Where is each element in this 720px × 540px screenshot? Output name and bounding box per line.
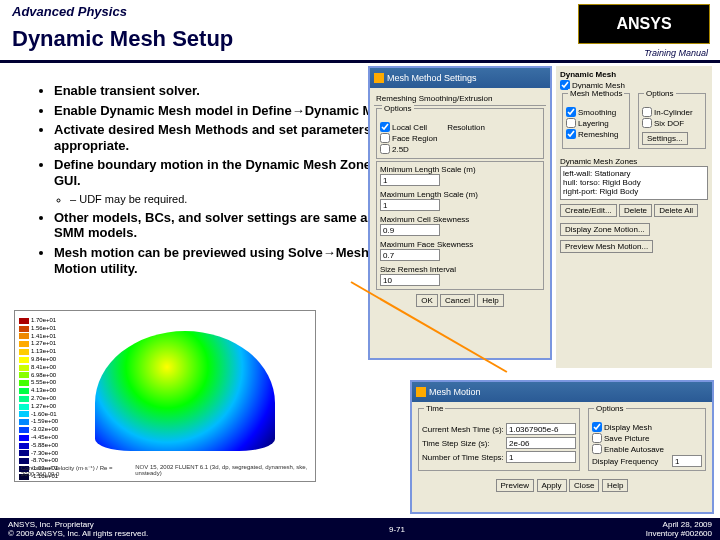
- bullet-3: Activate desired Mesh Methods and set pa…: [54, 122, 404, 153]
- preview-button[interactable]: Preview: [496, 479, 534, 492]
- delete-button[interactable]: Delete: [619, 204, 652, 217]
- settings-button[interactable]: Settings...: [642, 132, 688, 145]
- num-steps-input[interactable]: [506, 451, 576, 463]
- close-button[interactable]: Close: [569, 479, 599, 492]
- dynamic-mesh-panel: Dynamic Mesh Dynamic Mesh Mesh Methods S…: [556, 66, 712, 368]
- local-cell-checkbox[interactable]: [380, 122, 390, 132]
- app-icon: [416, 387, 426, 397]
- display-freq-input[interactable]: [672, 455, 702, 467]
- bullet-1: Enable transient solver.: [54, 83, 404, 99]
- preview-mesh-button[interactable]: Preview Mesh Motion...: [560, 240, 653, 253]
- sixdof-checkbox[interactable]: [642, 118, 652, 128]
- page-number: 9-71: [389, 525, 405, 534]
- subtitle: Advanced Physics: [12, 4, 127, 19]
- color-legend: 1.70e+011.56e+011.41e+011.27e+011.13e+01…: [19, 317, 58, 481]
- max-skew-input[interactable]: [380, 224, 440, 236]
- 25d-checkbox[interactable]: [380, 144, 390, 154]
- time-step-input[interactable]: [506, 437, 576, 449]
- help-button[interactable]: Help: [477, 294, 503, 307]
- remeshing-checkbox[interactable]: [566, 129, 576, 139]
- piston-contour: [95, 331, 275, 451]
- apply-button[interactable]: Apply: [537, 479, 567, 492]
- training-manual-label: Training Manual: [644, 48, 708, 58]
- zones-listbox[interactable]: left-wall: Stationaryhull: torso: Rigid …: [560, 166, 708, 200]
- delete-all-button[interactable]: Delete All: [654, 204, 698, 217]
- window-titlebar[interactable]: Mesh Method Settings: [370, 68, 550, 88]
- max-length-input[interactable]: [380, 199, 440, 211]
- display-zone-button[interactable]: Display Zone Motion...: [560, 223, 650, 236]
- mesh-motion-window: Mesh Motion Time Current Mesh Time (s):1…: [410, 380, 714, 514]
- bullet-2: Enable Dynamic Mesh model in Define→Dyna…: [54, 103, 404, 119]
- face-region-checkbox[interactable]: [380, 133, 390, 143]
- bullet-list: Enable transient solver. Enable Dynamic …: [14, 83, 404, 280]
- create-edit-button[interactable]: Create/Edit...: [560, 204, 617, 217]
- app-icon: [374, 73, 384, 83]
- mesh-method-settings-window: Mesh Method Settings Remeshing Smoothing…: [368, 66, 552, 360]
- page-title: Dynamic Mesh Setup: [12, 26, 233, 52]
- zones-label: Dynamic Mesh Zones: [560, 157, 708, 166]
- bullet-4: Define boundary motion in the Dynamic Me…: [54, 157, 404, 188]
- bullet-5: Other models, BCs, and solver settings a…: [54, 210, 404, 241]
- help-button[interactable]: Help: [602, 479, 628, 492]
- face-skew-input[interactable]: [380, 249, 440, 261]
- bullet-6: Mesh motion can be previewed using Solve…: [54, 245, 404, 276]
- window-titlebar[interactable]: Mesh Motion: [412, 382, 712, 402]
- min-length-input[interactable]: [380, 174, 440, 186]
- smoothing-checkbox[interactable]: [566, 107, 576, 117]
- layering-checkbox[interactable]: [566, 118, 576, 128]
- save-picture-checkbox[interactable]: [592, 433, 602, 443]
- dm-title: Dynamic Mesh: [560, 70, 708, 79]
- footer: ANSYS, Inc. Proprietary© 2009 ANSYS, Inc…: [0, 518, 720, 540]
- size-remesh-input[interactable]: [380, 274, 440, 286]
- current-time-display: 1.0367905e-6: [506, 423, 576, 435]
- incylinder-checkbox[interactable]: [642, 107, 652, 117]
- ok-button[interactable]: OK: [416, 294, 438, 307]
- display-mesh-checkbox[interactable]: [592, 422, 602, 432]
- bullet-4-sub: – UDF may be required.: [70, 193, 404, 206]
- plot-caption: Contours of Velocity (m·s⁻¹) / Re = 2000…: [21, 464, 309, 477]
- ansys-logo: ANSYS: [578, 4, 710, 44]
- header: Advanced Physics Dynamic Mesh Setup ANSY…: [0, 0, 720, 63]
- autosave-checkbox[interactable]: [592, 444, 602, 454]
- cfd-plot: 1.70e+011.56e+011.41e+011.27e+011.13e+01…: [14, 310, 316, 482]
- cancel-button[interactable]: Cancel: [440, 294, 475, 307]
